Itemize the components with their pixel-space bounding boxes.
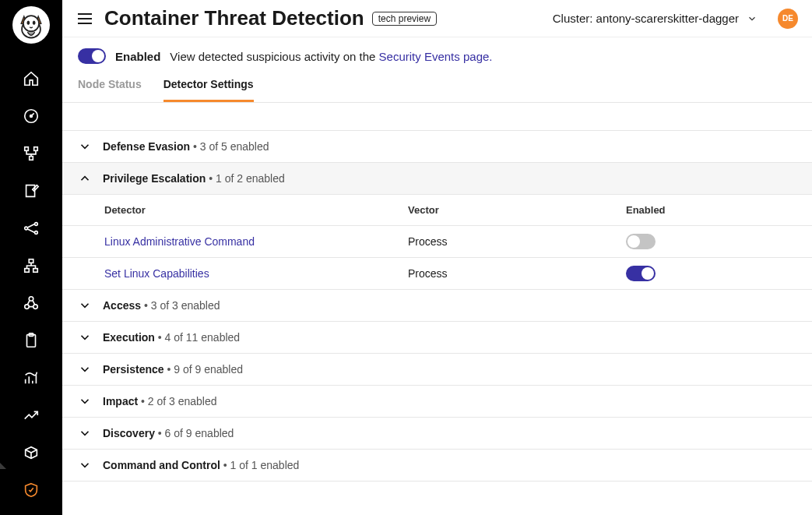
category-list: Defense Evasion • 3 of 5 enabledPrivileg… <box>62 131 812 481</box>
nav-analytics[interactable] <box>12 365 50 391</box>
svg-point-18 <box>33 305 38 309</box>
svg-point-12 <box>35 231 38 235</box>
detector-toggle[interactable] <box>626 234 656 249</box>
svg-point-10 <box>25 227 28 230</box>
nav-topology[interactable] <box>12 252 50 279</box>
avatar[interactable]: DE <box>778 9 798 29</box>
category-name: Command and Control <box>103 459 220 471</box>
nav-dashboard[interactable] <box>12 103 50 129</box>
category-count: • 3 of 5 enabled <box>193 140 269 153</box>
category-name: Defense Evasion <box>103 140 190 153</box>
detector-toggle[interactable] <box>626 266 656 281</box>
category-row[interactable]: Impact • 2 of 3 enabled <box>62 386 812 418</box>
storage-icon <box>23 444 40 461</box>
detector-table-header: DetectorVectorEnabled <box>62 195 812 226</box>
svg-point-4 <box>33 21 36 26</box>
trend-icon <box>23 407 40 424</box>
clipboard-icon <box>23 332 40 349</box>
svg-point-11 <box>35 223 38 226</box>
chevron-down-icon <box>78 298 92 312</box>
category-count: • 1 of 2 enabled <box>209 172 285 185</box>
chevron-down-icon <box>78 426 92 440</box>
svg-rect-9 <box>30 157 33 160</box>
security-events-link[interactable]: Security Events page. <box>379 50 493 63</box>
chevron-down-icon <box>78 394 92 408</box>
detector-link[interactable]: Set Linux Capabilities <box>104 267 408 280</box>
category-name: Privilege Escalation <box>103 172 206 185</box>
chevron-down-icon <box>78 139 92 153</box>
category-count: • 1 of 1 enabled <box>223 459 300 471</box>
category-count: • 4 of 11 enabled <box>158 331 240 344</box>
nav-shield[interactable] <box>12 477 50 503</box>
category-count: • 9 of 9 enabled <box>167 363 244 376</box>
menu-button[interactable] <box>73 9 97 29</box>
category-row[interactable]: Persistence • 9 of 9 enabled <box>62 354 812 386</box>
svg-point-2 <box>23 16 39 31</box>
nav-cluster[interactable] <box>12 290 50 316</box>
detector-vector: Process <box>408 235 626 248</box>
category-name: Persistence <box>103 363 164 376</box>
tabs: Node Status Detector Settings <box>62 72 812 103</box>
cluster-name: antony-scarerskitter-dagger <box>596 12 739 25</box>
category-row[interactable]: Privilege Escalation • 1 of 2 enabled <box>62 163 812 195</box>
enabled-label: Enabled <box>115 50 160 63</box>
svg-rect-8 <box>34 147 38 151</box>
chevron-down-icon <box>78 362 92 376</box>
chevron-down-icon <box>78 458 92 472</box>
col-detector: Detector <box>104 204 408 216</box>
category-name: Access <box>103 299 141 312</box>
nav-clipboard[interactable] <box>12 327 50 354</box>
category-row[interactable]: Execution • 4 of 11 enabled <box>62 322 812 354</box>
detector-link[interactable]: Linux Administrative Command <box>104 235 408 248</box>
col-vector: Vector <box>408 204 626 216</box>
detector-vector: Process <box>408 267 626 280</box>
category-count: • 3 of 3 enabled <box>144 299 220 312</box>
shield-icon <box>23 481 40 499</box>
chevron-down-icon <box>78 330 92 344</box>
svg-rect-7 <box>25 147 29 151</box>
category-row[interactable]: Access • 3 of 3 enabled <box>62 290 812 322</box>
main-content: Container Threat Detection tech preview … <box>62 0 812 481</box>
graph-icon <box>23 220 40 237</box>
category-name: Discovery <box>103 427 155 439</box>
svg-point-3 <box>27 21 30 26</box>
home-icon <box>23 70 40 87</box>
enable-row: Enabled View detected suspicious activit… <box>62 37 812 72</box>
svg-rect-15 <box>33 269 38 273</box>
edit-icon <box>23 182 40 199</box>
cluster-selector[interactable]: Cluster: antony-scarerskitter-dagger <box>553 12 758 25</box>
category-name: Impact <box>103 395 138 407</box>
spacer-row <box>62 103 812 131</box>
category-count: • 2 of 3 enabled <box>141 395 217 407</box>
category-row[interactable]: Discovery • 6 of 9 enabled <box>62 418 812 450</box>
topology-icon <box>23 257 40 274</box>
nav-storage[interactable] <box>12 439 50 466</box>
topbar: Container Threat Detection tech preview … <box>62 0 812 35</box>
nav-home[interactable] <box>12 65 50 92</box>
svg-rect-13 <box>29 259 33 263</box>
sidebar-nav <box>0 65 62 503</box>
logo <box>12 6 50 44</box>
enable-description: View detected suspicious activity on the… <box>170 50 492 63</box>
tab-detector-settings[interactable]: Detector Settings <box>163 72 254 102</box>
svg-point-17 <box>25 305 30 309</box>
nav-network[interactable] <box>12 140 50 167</box>
category-row[interactable]: Defense Evasion • 3 of 5 enabled <box>62 131 812 163</box>
category-count: • 6 of 9 enabled <box>158 427 234 439</box>
category-name: Execution <box>103 331 155 344</box>
analytics-icon <box>23 369 40 386</box>
gauge-icon <box>23 108 40 125</box>
detector-row: Linux Administrative CommandProcess <box>62 226 812 258</box>
nav-edit[interactable] <box>12 178 50 204</box>
category-row[interactable]: Command and Control • 1 of 1 enabled <box>62 450 812 481</box>
svg-rect-14 <box>25 269 30 273</box>
cluster-label: Cluster: <box>553 12 593 25</box>
nav-trend[interactable] <box>12 402 50 429</box>
detector-row: Set Linux CapabilitiesProcess <box>62 258 812 290</box>
nav-graph[interactable] <box>12 215 50 242</box>
master-enable-toggle[interactable] <box>78 48 106 64</box>
network-icon <box>23 145 40 162</box>
tab-node-status[interactable]: Node Status <box>78 72 142 102</box>
tech-preview-badge: tech preview <box>372 12 437 26</box>
chevron-up-icon <box>78 171 92 185</box>
